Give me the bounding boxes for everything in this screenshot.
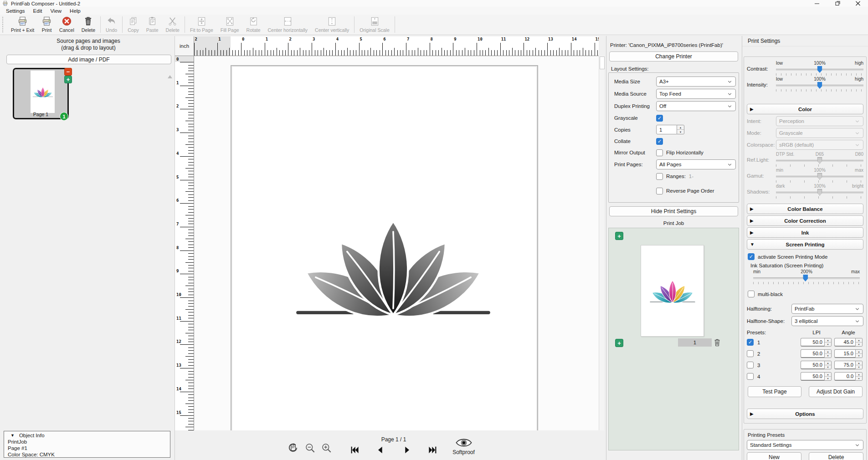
intensity-slider[interactable]: low 100% high bbox=[776, 77, 863, 92]
angle-value[interactable]: 15.0 bbox=[834, 349, 856, 358]
multi-black-checkbox[interactable] bbox=[748, 291, 755, 297]
add-job-page-button-top[interactable]: + bbox=[615, 232, 623, 240]
spin-up-button[interactable]: ▲ bbox=[825, 350, 831, 354]
scrollbar-thumb[interactable] bbox=[600, 56, 605, 69]
section-header-color-balance[interactable]: ▶ Color Balance bbox=[747, 204, 863, 214]
slider-handle[interactable] bbox=[817, 82, 822, 89]
zoom-in-button[interactable] bbox=[321, 442, 333, 454]
ranges-checkbox[interactable] bbox=[656, 173, 663, 180]
menu-item-settings[interactable]: Settings bbox=[2, 8, 29, 14]
angle-value[interactable]: 0.0 bbox=[834, 372, 856, 381]
lpi-value[interactable]: 50.0 bbox=[801, 361, 825, 369]
angle-stepper[interactable]: 45.0▲▼ bbox=[834, 338, 863, 347]
delete-preset-button[interactable]: Delete bbox=[809, 452, 863, 460]
next-page-button[interactable] bbox=[401, 445, 413, 455]
change-printer-button[interactable]: Change Printer bbox=[609, 51, 738, 61]
lpi-stepper[interactable]: 50.0▲▼ bbox=[801, 338, 832, 347]
close-button[interactable] bbox=[847, 0, 868, 7]
add-job-page-button-bottom[interactable]: + bbox=[615, 339, 623, 347]
preset-2-checkbox[interactable] bbox=[747, 350, 754, 357]
spin-down-button[interactable]: ▼ bbox=[856, 342, 862, 346]
new-preset-button[interactable]: New bbox=[747, 452, 801, 460]
zoom-out-button[interactable] bbox=[304, 442, 316, 454]
spin-down-button[interactable]: ▼ bbox=[825, 365, 831, 369]
preset-1-checkbox[interactable] bbox=[747, 339, 754, 346]
lotus-image-grayscale[interactable] bbox=[284, 211, 503, 321]
slider-handle[interactable] bbox=[817, 66, 822, 73]
toolbar-button-print-exit[interactable]: Print + Exit bbox=[7, 15, 38, 35]
section-header-options[interactable]: ▶ Options bbox=[747, 409, 863, 419]
fit-view-button[interactable] bbox=[287, 441, 299, 454]
lpi-value[interactable]: 50.0 bbox=[801, 372, 825, 381]
preset-3-checkbox[interactable] bbox=[747, 362, 754, 368]
grayscale-checkbox[interactable] bbox=[656, 115, 663, 122]
printing-presets-dropdown[interactable]: Standard Settings bbox=[747, 440, 863, 450]
spin-up-button[interactable]: ▲ bbox=[856, 361, 862, 365]
spin-down-button[interactable]: ▼ bbox=[825, 342, 831, 346]
section-header-color[interactable]: ▶ Color bbox=[747, 104, 863, 114]
angle-value[interactable]: 45.0 bbox=[834, 338, 856, 347]
media-size-dropdown[interactable]: A3+ bbox=[656, 77, 736, 87]
copies-value[interactable]: 1 bbox=[656, 125, 677, 134]
spin-up-button[interactable]: ▲ bbox=[856, 373, 862, 377]
media-source-dropdown[interactable]: Top Feed bbox=[656, 89, 736, 99]
spin-up-button[interactable]: ▲ bbox=[825, 338, 831, 342]
toolbar-button-cancel[interactable]: Cancel bbox=[56, 15, 78, 35]
spin-up-button[interactable]: ▲ bbox=[856, 350, 862, 354]
maximize-button[interactable] bbox=[827, 0, 847, 7]
print-job-thumbnail[interactable] bbox=[641, 245, 704, 337]
lpi-stepper[interactable]: 50.0▲▼ bbox=[801, 349, 832, 358]
spin-down-button[interactable]: ▼ bbox=[856, 365, 862, 369]
contrast-slider[interactable]: low 100% high bbox=[776, 61, 863, 76]
source-page-thumbnail[interactable]: Page 1 1 bbox=[13, 68, 69, 119]
object-info-header[interactable]: ▼ Object Info bbox=[8, 432, 170, 439]
print-pages-dropdown[interactable]: All Pages bbox=[656, 159, 736, 169]
spin-down-button[interactable]: ▼ bbox=[825, 354, 831, 358]
first-page-button[interactable] bbox=[348, 445, 360, 455]
angle-value[interactable]: 75.0 bbox=[834, 361, 856, 369]
activate-screen-printing-checkbox[interactable] bbox=[748, 253, 755, 260]
collate-checkbox[interactable] bbox=[656, 138, 663, 145]
softproof-toggle[interactable]: Softproof bbox=[447, 437, 481, 455]
toolbar-button-delete[interactable]: Delete bbox=[78, 15, 99, 35]
previous-page-button[interactable] bbox=[375, 445, 386, 455]
section-header-screen-printing[interactable]: ▼ Screen Printing bbox=[747, 239, 863, 250]
spin-up-button[interactable]: ▲ bbox=[825, 373, 831, 377]
add-image-pdf-button[interactable]: Add image / PDF bbox=[6, 55, 171, 64]
layout-canvas[interactable] bbox=[194, 56, 599, 430]
job-copy-count[interactable]: 1 bbox=[678, 338, 712, 347]
canvas-vertical-scrollbar[interactable] bbox=[599, 56, 604, 430]
spin-down-button[interactable]: ▼ bbox=[856, 377, 862, 380]
lpi-value[interactable]: 50.0 bbox=[801, 349, 825, 358]
minimize-button[interactable] bbox=[806, 0, 827, 7]
ink-saturation-slider[interactable]: min 200% max bbox=[753, 269, 860, 284]
section-header-ink[interactable]: ▶ Ink bbox=[747, 227, 863, 238]
page-sheet[interactable] bbox=[231, 65, 538, 430]
angle-stepper[interactable]: 15.0▲▼ bbox=[834, 349, 863, 358]
menu-item-edit[interactable]: Edit bbox=[29, 8, 46, 14]
halftone-shape-dropdown[interactable]: 3 elliptical bbox=[791, 316, 863, 326]
slider-handle[interactable] bbox=[803, 275, 808, 281]
hide-print-settings-button[interactable]: Hide Print Settings bbox=[609, 206, 738, 216]
duplex-dropdown[interactable]: Off bbox=[656, 101, 736, 111]
flip-horizontally-checkbox[interactable] bbox=[656, 149, 663, 156]
angle-stepper[interactable]: 75.0▲▼ bbox=[834, 361, 863, 369]
preset-4-checkbox[interactable] bbox=[747, 373, 754, 380]
reverse-page-order-checkbox[interactable] bbox=[656, 188, 663, 194]
lpi-value[interactable]: 50.0 bbox=[801, 338, 825, 347]
add-copy-button[interactable]: + bbox=[64, 76, 72, 83]
remove-copy-button[interactable]: − bbox=[64, 68, 72, 76]
angle-stepper[interactable]: 0.0▲▼ bbox=[834, 372, 863, 381]
toolbar-grip[interactable] bbox=[2, 17, 5, 32]
spin-up-button[interactable]: ▲ bbox=[856, 338, 862, 342]
halftoning-dropdown[interactable]: PrintFab bbox=[791, 304, 863, 314]
spin-down-button[interactable]: ▼ bbox=[856, 354, 862, 358]
copies-stepper[interactable]: 1 ▲ ▼ bbox=[656, 125, 684, 134]
lpi-stepper[interactable]: 50.0▲▼ bbox=[801, 361, 832, 369]
toolbar-button-print[interactable]: Print bbox=[38, 15, 56, 35]
ranges-value[interactable]: 1- bbox=[689, 174, 693, 179]
spin-down-button[interactable]: ▼ bbox=[677, 130, 684, 134]
menu-item-view[interactable]: View bbox=[46, 8, 66, 14]
scroll-up-arrow-icon[interactable] bbox=[168, 75, 172, 78]
menu-item-help[interactable]: Help bbox=[66, 8, 85, 14]
